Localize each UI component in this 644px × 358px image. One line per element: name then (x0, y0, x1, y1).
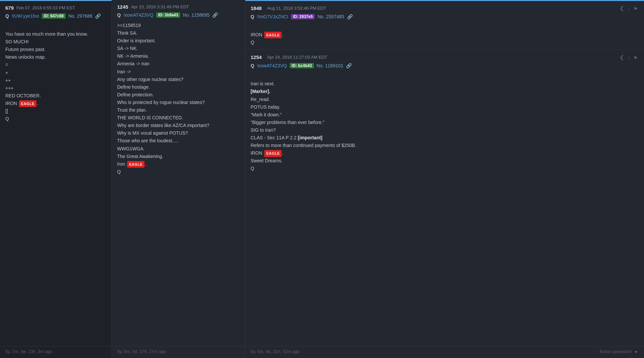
right-top-q-label: Q (251, 14, 254, 19)
right-bottom-timestamp: 5y, 5m, 4d, 21h, 32m ago (251, 349, 299, 354)
right-top-username: !!mG7VJxZNCI (257, 14, 288, 19)
right-bottom-header: 1254 Apr 24, 2018 11:27:03 AM EDT ❮ ↓ ► (245, 50, 644, 63)
middle-timestamp: 5y, 5m, 5d, 17h, 27m ago (117, 349, 166, 354)
right-bottom-body: Iran is next. [Marker]. Re_read. POTUS t… (245, 71, 644, 176)
left-post-footer: 5y, 7m, 3w, 13h, 3m ago (0, 346, 111, 358)
right-bottom-id-badge: ID: bc4b43 (290, 63, 314, 68)
right-bottom-username: !xowAT4Z3VQ (257, 63, 287, 68)
right-bottom-chain-icon: 🔗 (346, 63, 352, 68)
middle-chain-icon: 🔗 (212, 12, 218, 18)
middle-id-badge: ID: 3b9a43 (156, 12, 180, 18)
right-top-no-link[interactable]: No. 2557485 (317, 14, 344, 19)
right-bottom-panel: 1254 Apr 24, 2018 11:27:03 AM EDT ❮ ↓ ► … (245, 50, 644, 358)
right-bottom-actions: ❮ ↓ ► (620, 54, 639, 60)
middle-post-header: 1245 Apr 23, 2018 3:31:49 PM EDT (112, 0, 245, 12)
left-no-link[interactable]: No. 297686 (68, 13, 92, 19)
download-icon[interactable]: ↓ (627, 5, 630, 11)
left-id-badge: ID: 647c68 (42, 13, 65, 19)
left-post-date: Feb 07, 2018 6:55:33 PM EST (16, 5, 75, 10)
left-post-header: 679 Feb 07, 2018 6:55:33 PM EST (0, 1, 111, 13)
middle-post-meta: Q !xowAT4Z3VQ ID: 3b9a43 No. 1158695 🔗 (112, 12, 245, 20)
source-badge: 8chan qresearch ► (600, 349, 639, 354)
right-bottom-meta: Q !xowAT4Z3VQ ID: bc4b43 No. 1169101 🔗 (245, 63, 644, 71)
navigate-icon-2[interactable]: ► (633, 54, 639, 60)
middle-username: !xowAT4Z3VQ (123, 12, 153, 18)
right-top-actions: ❮ ↓ ► (620, 5, 639, 11)
right-top-id-badge: ID: 2937e5 (291, 14, 315, 19)
left-q-label: Q (5, 13, 9, 19)
middle-post-date: Apr 23, 2018 3:31:49 PM EDT (131, 4, 189, 9)
middle-post-footer: 5y, 5m, 5d, 17h, 27m ago (112, 346, 245, 358)
right-bottom-post-number: 1254 (251, 54, 262, 60)
right-bottom-no-link[interactable]: No. 1169101 (317, 63, 343, 68)
right-top-post-number: 1848 (251, 5, 262, 11)
right-top-meta: Q !!mG7VJxZNCI ID: 2937e5 No. 2557485 🔗 (245, 14, 644, 22)
middle-panel: 1245 Apr 23, 2018 3:31:49 PM EDT Q !xowA… (112, 0, 245, 358)
share-icon-2[interactable]: ❮ (620, 54, 624, 60)
middle-eagle-badge: EAGLE (127, 161, 144, 168)
share-icon[interactable]: ❮ (620, 5, 624, 11)
right-top-header: 1848 Aug 11, 2018 3:52:46 PM EDT ❮ ↓ ► (245, 1, 644, 14)
left-post-meta: Q !IUW.yye1fxo ID: 647c68 No. 297686 🔗 (0, 13, 111, 21)
left-timestamp: 5y, 7m, 3w, 13h, 3m ago (5, 349, 52, 354)
right-bottom-post-date: Apr 24, 2018 11:27:03 AM EDT (267, 55, 327, 60)
left-post-body: You have so much more than you know. SO … (0, 21, 111, 126)
right-panel: 1848 Aug 11, 2018 3:52:46 PM EDT ❮ ↓ ► Q… (245, 0, 644, 358)
middle-no-link[interactable]: No. 1158695 (183, 12, 210, 18)
right-top-panel: 1848 Aug 11, 2018 3:52:46 PM EDT ❮ ↓ ► Q… (245, 0, 644, 50)
right-bottom-eagle-badge: EAGLE (264, 150, 282, 157)
right-top-body: IRON EAGLE. Q (245, 22, 644, 50)
left-panel: 679 Feb 07, 2018 6:55:33 PM EST Q !IUW.y… (0, 0, 112, 358)
left-eagle-badge: EAGLE (19, 100, 36, 107)
navigate-icon[interactable]: ► (633, 5, 639, 11)
download-icon-2[interactable]: ↓ (627, 54, 630, 60)
right-top-chain-icon: 🔗 (347, 14, 353, 19)
right-bottom-q-label: Q (251, 63, 254, 68)
left-username: !IUW.yye1fxo (12, 13, 39, 19)
middle-post-number: 1245 (117, 4, 128, 10)
right-top-post-date: Aug 11, 2018 3:52:46 PM EDT (267, 6, 326, 11)
right-bottom-footer: 5y, 5m, 4d, 21h, 32m ago 8chan qresearch… (245, 346, 644, 358)
left-post-number: 679 (5, 5, 14, 11)
middle-q-label: Q (117, 12, 121, 18)
middle-post-body: >>1158519 Think SA. Order is important. … (112, 20, 245, 179)
right-top-eagle-badge: EAGLE (264, 32, 282, 38)
left-chain-icon: 🔗 (95, 13, 101, 19)
